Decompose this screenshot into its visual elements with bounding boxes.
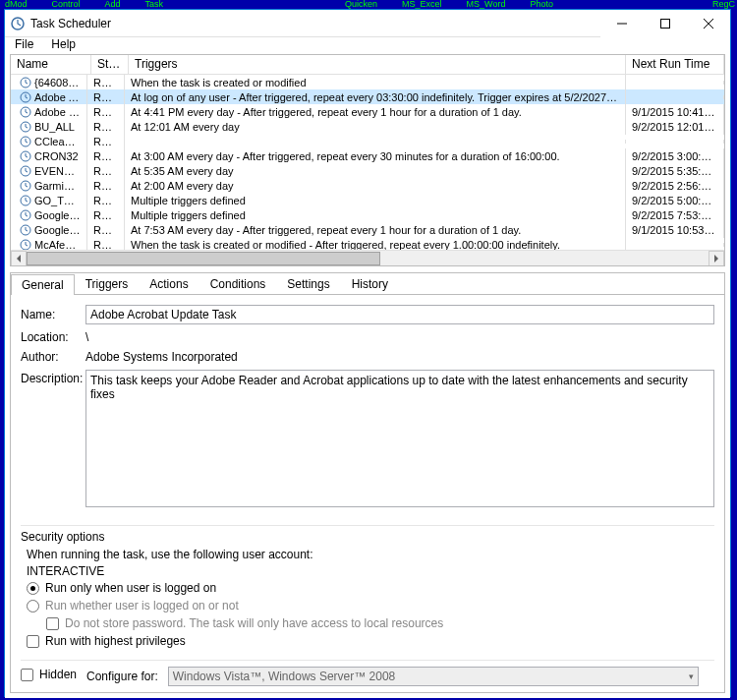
table-row[interactable]: GarminUpda...ReadyAt 2:00 AM every day9/… [11, 178, 724, 193]
chevron-down-icon: ▾ [689, 671, 694, 681]
maximize-button[interactable] [644, 10, 687, 37]
col-next-run[interactable]: Next Run Time [626, 55, 724, 74]
author-value: Adobe Systems Incorporated [85, 350, 238, 364]
table-row[interactable]: GO_TO_WORKReadyMultiple triggers defined… [11, 193, 724, 207]
tab-settings[interactable]: Settings [276, 273, 340, 294]
location-value: \ [85, 330, 88, 344]
checkbox-no-store-password-label: Do not store password. The task will onl… [65, 616, 443, 630]
table-row[interactable]: CRON32ReadyAt 3:00 AM every day - After … [11, 148, 724, 163]
table-row[interactable]: CCleanerSki...Ready [11, 134, 724, 148]
tab-strip: General Triggers Actions Conditions Sett… [11, 273, 724, 295]
menu-file[interactable]: File [15, 37, 33, 51]
runas-account: INTERACTIVE [27, 564, 714, 578]
radio-run-either[interactable] [27, 600, 39, 612]
checkbox-highest-privileges[interactable] [27, 635, 39, 648]
clock-icon [19, 224, 32, 236]
clock-icon [19, 195, 32, 206]
table-row[interactable]: Adobe Flash...ReadyAt 4:41 PM every day … [11, 104, 724, 119]
table-row[interactable]: Adobe Acro...ReadyAt log on of any user … [11, 89, 724, 104]
background-titlebar: dMod Control Add Task Quicken MS_Excel M… [0, 0, 737, 9]
author-label: Author: [21, 350, 85, 364]
configure-for-label: Configure for: [86, 670, 158, 683]
clock-icon [19, 150, 32, 162]
tab-triggers[interactable]: Triggers [75, 273, 140, 294]
menu-help[interactable]: Help [51, 37, 76, 51]
table-row[interactable]: GoogleUpda...ReadyMultiple triggers defi… [11, 207, 724, 222]
checkbox-highest-privileges-label: Run with highest privileges [45, 634, 186, 648]
titlebar[interactable]: Task Scheduler [5, 10, 730, 37]
menubar: File Help [5, 37, 730, 51]
clock-icon [19, 121, 32, 133]
clock-icon [19, 91, 32, 103]
scroll-thumb[interactable] [27, 252, 380, 265]
horizontal-scrollbar[interactable] [11, 250, 724, 265]
radio-run-either-label: Run whether user is logged on or not [45, 599, 239, 612]
clock-icon [19, 77, 32, 88]
checkbox-hidden[interactable] [21, 669, 33, 681]
scroll-right-button[interactable] [709, 251, 724, 266]
app-icon [11, 17, 25, 30]
table-row[interactable]: EVENTS_PASTReadyAt 5:35 AM every day9/2/… [11, 163, 724, 178]
col-triggers[interactable]: Triggers [129, 55, 626, 74]
close-button[interactable] [687, 10, 730, 37]
name-label: Name: [21, 308, 85, 321]
window-title: Task Scheduler [30, 17, 600, 30]
radio-run-logged-on-label: Run only when user is logged on [45, 581, 216, 595]
tab-history[interactable]: History [341, 273, 399, 294]
task-list: Name Status Triggers Next Run Time {6460… [10, 54, 725, 266]
configure-for-combo[interactable]: Windows Vista™, Windows Server™ 2008 ▾ [168, 667, 699, 686]
location-label: Location: [21, 330, 85, 344]
table-row[interactable]: GoogleUpda...ReadyAt 7:53 AM every day -… [11, 222, 724, 237]
description-label: Description: [21, 370, 85, 385]
radio-run-logged-on[interactable] [27, 582, 39, 595]
clock-icon [19, 165, 32, 177]
configure-for-value: Windows Vista™, Windows Server™ 2008 [173, 670, 396, 683]
description-field[interactable]: This task keeps your Adobe Reader and Ac… [85, 370, 714, 507]
clock-icon [19, 239, 32, 251]
clock-icon [19, 136, 32, 147]
clock-icon [19, 209, 32, 221]
table-row[interactable]: BU_ALLReadyAt 12:01 AM every day9/2/2015… [11, 119, 724, 134]
checkbox-no-store-password[interactable] [46, 617, 59, 630]
scroll-left-button[interactable] [11, 251, 27, 266]
runas-label: When running the task, use the following… [27, 548, 714, 561]
tab-actions[interactable]: Actions [139, 273, 198, 294]
clock-icon [19, 180, 32, 192]
tab-general[interactable]: General [11, 274, 75, 295]
minimize-button[interactable] [600, 10, 644, 37]
list-header: Name Status Triggers Next Run Time [11, 55, 724, 75]
clock-icon [19, 106, 32, 118]
col-name[interactable]: Name [11, 55, 91, 74]
checkbox-hidden-label: Hidden [39, 668, 77, 681]
tab-conditions[interactable]: Conditions [199, 273, 277, 294]
col-status[interactable]: Status [91, 55, 129, 74]
task-scheduler-window: Task Scheduler File Help Name Status Tri… [4, 9, 731, 697]
table-row[interactable]: McAfee Re...ReadyWhen the task is create… [11, 237, 724, 250]
security-options-label: Security options [21, 525, 714, 544]
table-row[interactable]: {646087CB-4...ReadyWhen the task is crea… [11, 75, 724, 89]
svg-rect-2 [661, 19, 670, 28]
details-pane: General Triggers Actions Conditions Sett… [10, 272, 725, 693]
name-field[interactable]: Adobe Acrobat Update Task [85, 305, 714, 324]
